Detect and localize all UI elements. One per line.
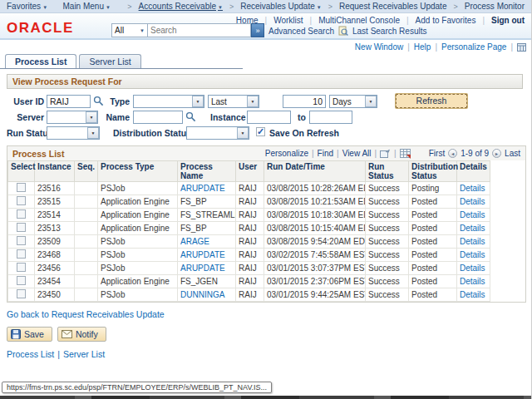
details-link[interactable]: Details (460, 250, 485, 259)
personalize-link[interactable]: Personalize (265, 149, 308, 158)
cell-seq (75, 275, 98, 288)
header-link-home[interactable]: Home (236, 16, 259, 25)
days-unit-select[interactable]: Days▼ (329, 95, 377, 108)
row-select-checkbox[interactable] (17, 196, 26, 205)
details-link[interactable]: Details (460, 264, 485, 273)
save-on-refresh-checkbox[interactable] (256, 127, 265, 136)
cell-select (8, 249, 35, 262)
cell-details: Details (457, 195, 490, 209)
details-link[interactable]: Details (460, 237, 485, 246)
row-select-checkbox[interactable] (17, 236, 26, 245)
breadcrumb-item-accounts-receivable[interactable]: Accounts Receivable▼ (139, 2, 223, 11)
row-select-checkbox[interactable] (17, 223, 26, 232)
process-name-link[interactable]: ARUPDATE (180, 184, 225, 193)
row-select-checkbox[interactable] (17, 263, 26, 272)
page-footer-links: Process List | Server List (7, 349, 531, 359)
name-input[interactable] (133, 111, 183, 124)
zoom-grid-icon[interactable] (380, 149, 391, 158)
breadcrumb-separator-icon: > (229, 2, 234, 11)
first-link[interactable]: First (429, 149, 445, 158)
details-link[interactable]: Details (460, 277, 485, 286)
cell-user: RAIJ (236, 182, 264, 195)
row-select-checkbox[interactable] (17, 276, 26, 285)
download-spreadsheet-icon[interactable] (400, 149, 411, 159)
cell-run-datetime: 03/02/2015 7:45:58AM EST (264, 249, 366, 262)
breadcrumb-main-menu[interactable]: Main Menu▼ (63, 2, 111, 11)
chevron-down-icon: ▼ (106, 5, 111, 10)
search-scope-select[interactable]: All▼ (111, 23, 148, 37)
footer-server-list-link[interactable]: Server List (63, 349, 105, 359)
header-link-worklist[interactable]: Worklist (273, 16, 303, 25)
notify-button[interactable]: Notify (57, 327, 106, 342)
row-select-checkbox[interactable] (17, 289, 26, 298)
instance-from-input[interactable] (247, 111, 291, 124)
col-seq: Seq. (75, 161, 98, 182)
details-link[interactable]: Details (460, 184, 485, 193)
header-link-multichannel-console[interactable]: MultiChannel Console (318, 16, 400, 25)
footer-process-list-link[interactable]: Process List (7, 349, 54, 359)
col-select: Select (8, 161, 35, 182)
status-url-tooltip: https://fms-trn.ps.sc.edu/psp/FTRN/EMPLO… (2, 382, 272, 393)
row-select-checkbox[interactable] (17, 249, 26, 259)
page-utility-bar: New Window | Help | Personalize Page | (0, 40, 531, 52)
details-link[interactable]: Details (460, 210, 485, 219)
type-select[interactable]: ▼ (133, 95, 204, 108)
advanced-search-link[interactable]: Advanced Search (268, 27, 334, 36)
breadcrumb-item-request-receivables-update[interactable]: Request Receivables Update (339, 2, 447, 11)
header-link-add-to-favorites[interactable]: Add to Favorites (416, 16, 476, 25)
copy-url-icon[interactable] (517, 43, 526, 52)
cell-process-type: PSJob (98, 262, 178, 275)
personalize-page-link[interactable]: Personalize Page (441, 42, 506, 52)
grid-toolbar: Process List Personalize | Find | View A… (7, 146, 525, 160)
details-link[interactable]: Details (460, 224, 485, 233)
tab-server-list[interactable]: Server List (79, 54, 140, 68)
last-search-results-link[interactable]: Last Search Results (352, 27, 427, 36)
details-link[interactable]: Details (460, 197, 485, 206)
process-name-link[interactable]: ARUPDATE (180, 250, 225, 259)
cell-instance: 23454 (35, 275, 75, 288)
run-status-select[interactable]: ▼ (47, 126, 100, 140)
header-links: Home | Worklist | MultiChannel Console |… (236, 16, 525, 25)
refresh-button[interactable]: Refresh (396, 94, 467, 108)
details-link[interactable]: Details (460, 290, 485, 299)
breadcrumb-favorites[interactable]: Favorites▼ (7, 2, 47, 11)
last-link[interactable]: Last (505, 149, 520, 158)
instance-to-input[interactable] (309, 111, 352, 124)
new-window-link[interactable]: New Window (355, 42, 403, 52)
row-select-checkbox[interactable] (17, 183, 26, 192)
process-monitor-page: Favorites▼ Main Menu▼ > Accounts Receiva… (0, 0, 532, 399)
process-name-link[interactable]: DUNNINGA (180, 290, 224, 299)
last-select[interactable]: Last▼ (208, 95, 259, 108)
breadcrumb-separator-icon: > (127, 2, 131, 11)
search-go-button[interactable]: » (251, 23, 264, 37)
help-link[interactable]: Help (414, 42, 431, 52)
run-status-label: Run Status (7, 128, 44, 138)
find-link[interactable]: Find (318, 149, 333, 158)
go-back-link[interactable]: Go back to Request Receivables Update (7, 309, 165, 319)
cell-select (8, 195, 35, 209)
save-button[interactable]: Save (7, 327, 52, 342)
process-name-link[interactable]: ARAGE (180, 237, 209, 246)
user-id-input[interactable] (47, 95, 91, 108)
col-process-name: Process Name (178, 161, 236, 182)
cell-select (8, 209, 35, 222)
breadcrumb-item-receivables-update[interactable]: Receivables Update▼ (240, 2, 321, 11)
cell-process-name: FS_BP (178, 222, 236, 235)
col-run-status: Run Status (366, 161, 409, 182)
view-all-link[interactable]: View All (342, 149, 372, 158)
next-page-button[interactable]: ► (492, 149, 501, 158)
search-input[interactable] (148, 23, 251, 37)
previous-page-button[interactable]: ◄ (448, 149, 457, 158)
sign-out-link[interactable]: Sign out (491, 16, 525, 25)
row-select-checkbox[interactable] (17, 209, 26, 219)
tab-process-list[interactable]: Process List (5, 54, 76, 68)
next-arrow-icon: ► (495, 151, 499, 156)
name-lookup-icon[interactable] (185, 111, 196, 122)
distribution-status-label: Distribution Status (113, 128, 183, 138)
app-header: ORACLE All▼ » Home | Worklist | MultiCha… (0, 13, 531, 40)
cell-seq (75, 249, 98, 262)
col-instance: Instance (35, 161, 75, 182)
process-name-link[interactable]: ARUPDATE (180, 264, 225, 273)
days-count-input[interactable] (283, 95, 326, 108)
distribution-status-select[interactable]: ▼ (186, 126, 249, 140)
